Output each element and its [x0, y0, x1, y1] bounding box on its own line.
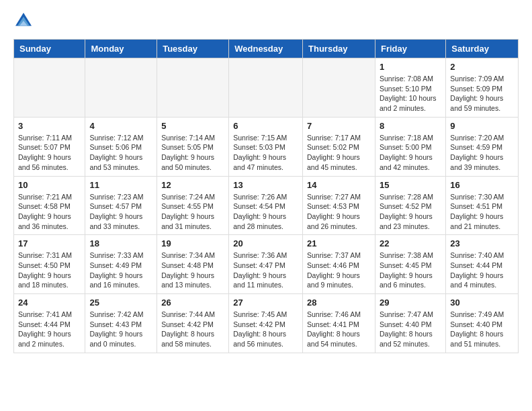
calendar-cell: [303, 58, 375, 118]
calendar-cell: 16Sunrise: 7:30 AM Sunset: 4:51 PM Dayli…: [446, 176, 519, 235]
calendar-week-2: 10Sunrise: 7:21 AM Sunset: 4:58 PM Dayli…: [14, 176, 519, 235]
calendar-week-0: 1Sunrise: 7:08 AM Sunset: 5:10 PM Daylig…: [14, 58, 519, 118]
day-info: Sunrise: 7:46 AM Sunset: 4:41 PM Dayligh…: [307, 310, 371, 349]
weekday-header-monday: Monday: [85, 40, 157, 58]
calendar-cell: [14, 58, 85, 118]
day-number: 2: [450, 62, 514, 72]
day-info: Sunrise: 7:09 AM Sunset: 5:09 PM Dayligh…: [450, 74, 514, 113]
day-info: Sunrise: 7:33 AM Sunset: 4:49 PM Dayligh…: [89, 250, 152, 290]
day-info: Sunrise: 7:24 AM Sunset: 4:55 PM Dayligh…: [161, 192, 224, 232]
day-number: 27: [233, 298, 298, 308]
day-number: 25: [89, 298, 152, 308]
calendar-cell: 30Sunrise: 7:49 AM Sunset: 4:40 PM Dayli…: [446, 294, 519, 353]
weekday-header-saturday: Saturday: [446, 40, 519, 58]
calendar-cell: 1Sunrise: 7:08 AM Sunset: 5:10 PM Daylig…: [375, 58, 445, 118]
page: SundayMondayTuesdayWednesdayThursdayFrid…: [0, 0, 532, 364]
calendar-cell: 11Sunrise: 7:23 AM Sunset: 4:57 PM Dayli…: [85, 176, 157, 235]
calendar-cell: 14Sunrise: 7:27 AM Sunset: 4:53 PM Dayli…: [303, 176, 375, 235]
calendar-cell: 4Sunrise: 7:12 AM Sunset: 5:06 PM Daylig…: [85, 117, 157, 176]
calendar-cell: 20Sunrise: 7:36 AM Sunset: 4:47 PM Dayli…: [229, 235, 303, 294]
day-info: Sunrise: 7:11 AM Sunset: 5:07 PM Dayligh…: [18, 133, 81, 173]
calendar-cell: 26Sunrise: 7:44 AM Sunset: 4:42 PM Dayli…: [157, 294, 229, 353]
calendar-table: SundayMondayTuesdayWednesdayThursdayFrid…: [13, 39, 519, 353]
calendar-cell: 21Sunrise: 7:37 AM Sunset: 4:46 PM Dayli…: [303, 235, 375, 294]
weekday-header-wednesday: Wednesday: [229, 40, 303, 58]
calendar-cell: 3Sunrise: 7:11 AM Sunset: 5:07 PM Daylig…: [14, 117, 85, 176]
day-number: 9: [450, 121, 514, 131]
day-number: 3: [18, 121, 81, 131]
calendar-cell: 15Sunrise: 7:28 AM Sunset: 4:52 PM Dayli…: [375, 176, 445, 235]
day-number: 14: [307, 180, 371, 190]
calendar-cell: 25Sunrise: 7:42 AM Sunset: 4:43 PM Dayli…: [85, 294, 157, 353]
weekday-header-sunday: Sunday: [14, 40, 85, 58]
day-number: 16: [450, 180, 514, 190]
calendar-cell: 6Sunrise: 7:15 AM Sunset: 5:03 PM Daylig…: [229, 117, 303, 176]
logo: [13, 11, 36, 31]
header: [13, 11, 519, 31]
day-info: Sunrise: 7:18 AM Sunset: 5:00 PM Dayligh…: [380, 133, 441, 173]
day-number: 28: [307, 298, 371, 308]
calendar-header-row: SundayMondayTuesdayWednesdayThursdayFrid…: [14, 40, 519, 58]
day-info: Sunrise: 7:20 AM Sunset: 4:59 PM Dayligh…: [450, 133, 514, 173]
day-number: 26: [161, 298, 224, 308]
calendar-cell: 10Sunrise: 7:21 AM Sunset: 4:58 PM Dayli…: [14, 176, 85, 235]
day-info: Sunrise: 7:37 AM Sunset: 4:46 PM Dayligh…: [307, 250, 371, 290]
day-number: 22: [380, 238, 441, 248]
day-info: Sunrise: 7:30 AM Sunset: 4:51 PM Dayligh…: [450, 192, 514, 232]
day-info: Sunrise: 7:38 AM Sunset: 4:45 PM Dayligh…: [380, 250, 441, 290]
calendar-cell: 13Sunrise: 7:26 AM Sunset: 4:54 PM Dayli…: [229, 176, 303, 235]
day-info: Sunrise: 7:47 AM Sunset: 4:40 PM Dayligh…: [380, 310, 441, 349]
day-number: 24: [18, 298, 81, 308]
calendar-cell: 18Sunrise: 7:33 AM Sunset: 4:49 PM Dayli…: [85, 235, 157, 294]
calendar-cell: 23Sunrise: 7:40 AM Sunset: 4:44 PM Dayli…: [446, 235, 519, 294]
day-number: 23: [450, 238, 514, 248]
calendar-cell: 9Sunrise: 7:20 AM Sunset: 4:59 PM Daylig…: [446, 117, 519, 176]
day-info: Sunrise: 7:27 AM Sunset: 4:53 PM Dayligh…: [307, 192, 371, 232]
day-number: 11: [89, 180, 152, 190]
day-info: Sunrise: 7:41 AM Sunset: 4:44 PM Dayligh…: [18, 310, 81, 349]
calendar-cell: 28Sunrise: 7:46 AM Sunset: 4:41 PM Dayli…: [303, 294, 375, 353]
day-number: 18: [89, 238, 152, 248]
day-info: Sunrise: 7:26 AM Sunset: 4:54 PM Dayligh…: [233, 192, 298, 232]
calendar-cell: 5Sunrise: 7:14 AM Sunset: 5:05 PM Daylig…: [157, 117, 229, 176]
calendar-cell: 8Sunrise: 7:18 AM Sunset: 5:00 PM Daylig…: [375, 117, 445, 176]
calendar-cell: 12Sunrise: 7:24 AM Sunset: 4:55 PM Dayli…: [157, 176, 229, 235]
day-number: 29: [380, 298, 441, 308]
day-info: Sunrise: 7:45 AM Sunset: 4:42 PM Dayligh…: [233, 310, 298, 349]
day-number: 15: [380, 180, 441, 190]
weekday-header-friday: Friday: [375, 40, 445, 58]
day-info: Sunrise: 7:14 AM Sunset: 5:05 PM Dayligh…: [161, 133, 224, 173]
day-number: 30: [450, 298, 514, 308]
calendar-cell: 17Sunrise: 7:31 AM Sunset: 4:50 PM Dayli…: [14, 235, 85, 294]
calendar-cell: 24Sunrise: 7:41 AM Sunset: 4:44 PM Dayli…: [14, 294, 85, 353]
day-info: Sunrise: 7:44 AM Sunset: 4:42 PM Dayligh…: [161, 310, 224, 349]
day-number: 6: [233, 121, 298, 131]
day-info: Sunrise: 7:42 AM Sunset: 4:43 PM Dayligh…: [89, 310, 152, 349]
day-number: 10: [18, 180, 81, 190]
weekday-header-tuesday: Tuesday: [157, 40, 229, 58]
day-info: Sunrise: 7:36 AM Sunset: 4:47 PM Dayligh…: [233, 250, 298, 290]
day-number: 13: [233, 180, 298, 190]
day-number: 1: [380, 62, 441, 72]
day-number: 21: [307, 238, 371, 248]
day-info: Sunrise: 7:49 AM Sunset: 4:40 PM Dayligh…: [450, 310, 514, 349]
calendar-cell: 29Sunrise: 7:47 AM Sunset: 4:40 PM Dayli…: [375, 294, 445, 353]
calendar-cell: [229, 58, 303, 118]
calendar-cell: 19Sunrise: 7:34 AM Sunset: 4:48 PM Dayli…: [157, 235, 229, 294]
day-number: 5: [161, 121, 224, 131]
day-number: 12: [161, 180, 224, 190]
logo-icon: [13, 11, 34, 31]
weekday-header-thursday: Thursday: [303, 40, 375, 58]
day-info: Sunrise: 7:17 AM Sunset: 5:02 PM Dayligh…: [307, 133, 371, 173]
day-number: 17: [18, 238, 81, 248]
day-info: Sunrise: 7:31 AM Sunset: 4:50 PM Dayligh…: [18, 250, 81, 290]
day-info: Sunrise: 7:15 AM Sunset: 5:03 PM Dayligh…: [233, 133, 298, 173]
calendar-cell: 7Sunrise: 7:17 AM Sunset: 5:02 PM Daylig…: [303, 117, 375, 176]
day-info: Sunrise: 7:23 AM Sunset: 4:57 PM Dayligh…: [89, 192, 152, 232]
day-number: 19: [161, 238, 224, 248]
calendar-cell: [157, 58, 229, 118]
day-number: 20: [233, 238, 298, 248]
calendar-week-3: 17Sunrise: 7:31 AM Sunset: 4:50 PM Dayli…: [14, 235, 519, 294]
calendar-cell: 22Sunrise: 7:38 AM Sunset: 4:45 PM Dayli…: [375, 235, 445, 294]
day-number: 7: [307, 121, 371, 131]
